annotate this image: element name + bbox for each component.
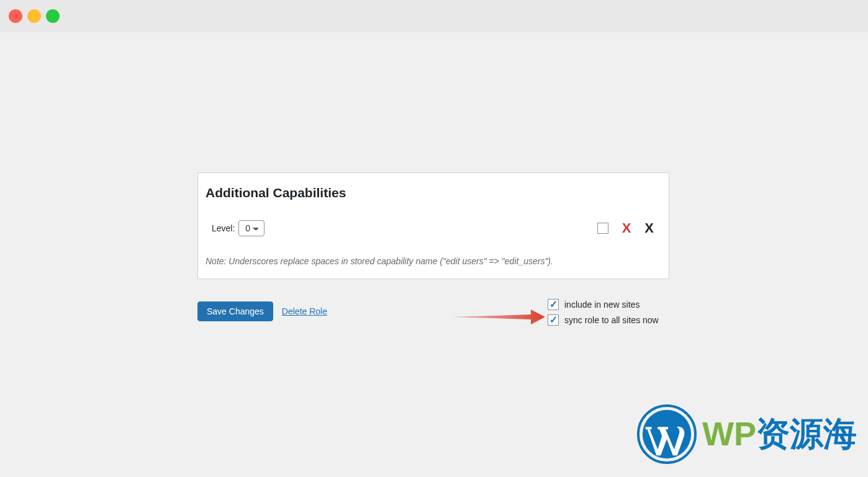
include-new-sites-item: include in new sites [548,299,659,310]
window-minimize-button[interactable] [27,9,41,23]
role-options-group: include in new sites sync role to all si… [548,299,659,326]
panel-header: Additional Capabilities [198,173,669,208]
delete-role-link[interactable]: Delete Role [282,306,327,316]
level-group: Level: 0 [212,220,264,236]
capability-checkbox[interactable] [597,223,608,234]
include-new-sites-label: include in new sites [564,300,640,310]
sync-role-label: sync role to all sites now [564,315,659,325]
bottom-actions: Save Changes Delete Role [197,301,327,321]
annotation-arrow-icon [450,308,546,326]
level-label: Level: [212,223,235,233]
window-close-button[interactable] [9,9,22,23]
right-controls: X X [597,220,661,236]
watermark-text: WP资源海 [702,412,857,457]
window-titlebar [0,0,868,32]
sync-role-checkbox[interactable] [548,314,559,326]
delete-x-icon[interactable]: X [622,220,631,236]
capabilities-panel: Additional Capabilities Level: 0 X X Not… [197,172,669,279]
panel-title: Additional Capabilities [206,185,661,200]
negate-x-icon[interactable]: X [644,220,654,236]
include-new-sites-checkbox[interactable] [548,299,559,310]
wordpress-logo-icon [636,404,697,465]
watermark: WP资源海 [636,404,857,465]
save-button[interactable]: Save Changes [197,301,273,321]
panel-note: Note: Underscores replace spaces in stor… [198,249,669,279]
window-maximize-button[interactable] [46,9,60,23]
sync-role-item: sync role to all sites now [548,314,659,326]
level-select[interactable]: 0 [238,220,264,236]
panel-body: Level: 0 X X [198,208,669,249]
content-area: Additional Capabilities Level: 0 X X Not… [0,32,868,477]
